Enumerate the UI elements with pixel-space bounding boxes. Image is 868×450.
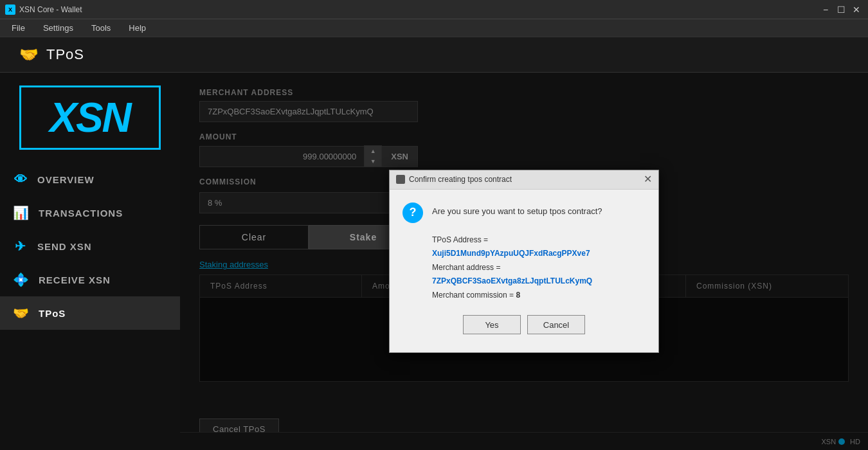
sidebar-item-transactions[interactable]: 📊 TRANSACTIONS bbox=[0, 196, 180, 230]
title-bar: X XSN Core - Wallet − ☐ ✕ bbox=[0, 0, 868, 19]
confirm-dialog: Confirm creating tpos contract ✕ ? Are y… bbox=[389, 170, 659, 354]
merchant-address-value-dialog: 7ZPxQBCF3SaoEXvtga8zLJqptLTULcKymQ bbox=[432, 276, 592, 285]
dialog-body: ? Are you sure you want to setup tpos co… bbox=[390, 190, 658, 353]
sidebar-item-send-xsn[interactable]: ✈ SEND XSN bbox=[0, 230, 180, 263]
xsn-logo: XSN bbox=[19, 86, 161, 150]
receive-xsn-label: RECEIVE XSN bbox=[39, 274, 111, 285]
sidebar-item-tpos[interactable]: 🤝 TPoS bbox=[0, 296, 180, 330]
dialog-question-text: Are you sure you want to setup tpos cont… bbox=[432, 203, 602, 216]
send-xsn-icon: ✈ bbox=[13, 239, 28, 254]
title-bar-left: X XSN Core - Wallet bbox=[5, 4, 82, 15]
menu-file[interactable]: File bbox=[8, 22, 29, 34]
send-xsn-label: SEND XSN bbox=[37, 241, 92, 252]
sidebar-item-overview[interactable]: 👁 OVERVIEW bbox=[0, 163, 180, 196]
menu-tools[interactable]: Tools bbox=[87, 22, 114, 34]
transactions-icon: 📊 bbox=[13, 205, 30, 221]
menu-bar: File Settings Tools Help bbox=[0, 19, 868, 37]
title-bar-controls: − ☐ ✕ bbox=[819, 3, 863, 16]
close-button[interactable]: ✕ bbox=[850, 3, 863, 16]
transactions-label: TRANSACTIONS bbox=[39, 208, 123, 219]
menu-settings[interactable]: Settings bbox=[39, 22, 77, 34]
merchant-address-label-dialog: Merchant address = bbox=[432, 263, 500, 272]
dialog-title-icon bbox=[396, 175, 405, 184]
tpos-icon: 🤝 bbox=[13, 305, 30, 321]
dialog-close-button[interactable]: ✕ bbox=[644, 174, 652, 184]
minimize-button[interactable]: − bbox=[819, 3, 832, 16]
dialog-commission: Merchant commission = 8 bbox=[432, 289, 646, 303]
dialog-overlay: Confirm creating tpos contract ✕ ? Are y… bbox=[180, 73, 868, 450]
receive-xsn-icon: 💠 bbox=[13, 272, 30, 287]
tpos-header-icon: 🤝 bbox=[19, 46, 39, 64]
dialog-merchant-address: Merchant address = 7ZPxQBCF3SaoEXvtga8zL… bbox=[432, 261, 646, 289]
dialog-cancel-button[interactable]: Cancel bbox=[527, 315, 585, 334]
content-area: MERCHANT ADDRESS AMOUNT ▲ ▼ XSN COMMISSI… bbox=[180, 73, 868, 450]
dialog-title-bar: Confirm creating tpos contract ✕ bbox=[390, 170, 658, 190]
xsn-logo-text: XSN bbox=[50, 94, 131, 141]
merchant-commission-value: 8 bbox=[516, 291, 520, 300]
dialog-details: TPoS Address = Xuji5D1Mund9pYAzpuUQJFxdR… bbox=[432, 233, 646, 303]
sidebar: XSN 👁 OVERVIEW 📊 TRANSACTIONS ✈ SEND XSN… bbox=[0, 73, 180, 450]
tpos-address-label: TPoS Address = bbox=[432, 235, 488, 244]
page-title: TPoS bbox=[46, 46, 84, 63]
dialog-actions: Yes Cancel bbox=[402, 315, 646, 339]
dialog-question-row: ? Are you sure you want to setup tpos co… bbox=[402, 203, 646, 223]
sidebar-item-receive-xsn[interactable]: 💠 RECEIVE XSN bbox=[0, 263, 180, 296]
main-layout: XSN 👁 OVERVIEW 📊 TRANSACTIONS ✈ SEND XSN… bbox=[0, 73, 868, 450]
tpos-label: TPoS bbox=[39, 308, 66, 319]
menu-help[interactable]: Help bbox=[125, 22, 150, 34]
dialog-tpos-address: TPoS Address = Xuji5D1Mund9pYAzpuUQJFxdR… bbox=[432, 233, 646, 261]
dialog-question-icon: ? bbox=[402, 203, 423, 223]
overview-label: OVERVIEW bbox=[37, 174, 95, 185]
dialog-title: Confirm creating tpos contract bbox=[409, 175, 512, 184]
dialog-yes-button[interactable]: Yes bbox=[463, 315, 521, 334]
dialog-title-left: Confirm creating tpos contract bbox=[396, 175, 512, 184]
maximize-button[interactable]: ☐ bbox=[835, 3, 847, 16]
app-icon: X bbox=[5, 4, 15, 15]
tpos-address-value: Xuji5D1Mund9pYAzpuUQJFxdRacgPPXve7 bbox=[432, 249, 590, 258]
app-title: XSN Core - Wallet bbox=[19, 5, 82, 14]
merchant-commission-label: Merchant commission = bbox=[432, 291, 516, 300]
overview-icon: 👁 bbox=[13, 172, 28, 187]
page-header: 🤝 TPoS bbox=[0, 37, 868, 73]
